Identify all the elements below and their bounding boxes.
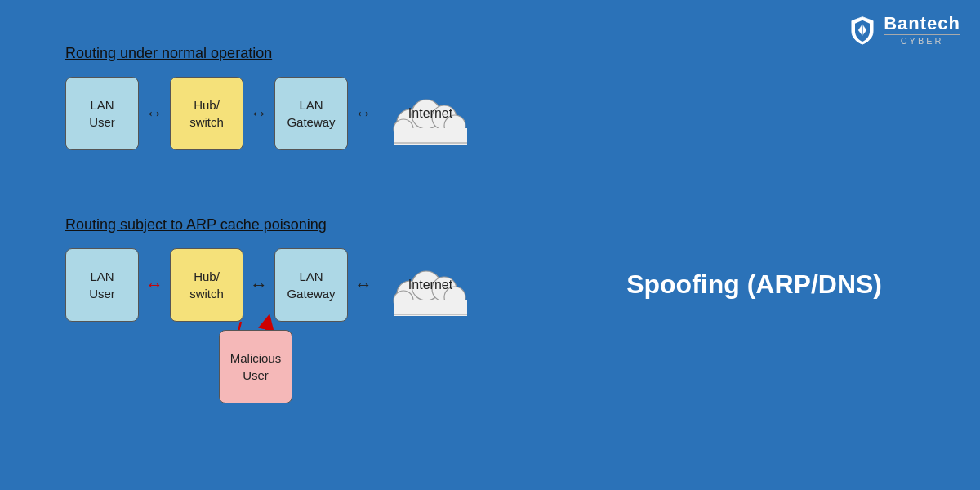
arrow-top-2: ↔ bbox=[243, 103, 274, 124]
node-lan-gateway-top: LANGateway bbox=[274, 77, 348, 150]
cloud-bottom: Internet bbox=[385, 255, 475, 316]
diagram-top-title: Routing under normal operation bbox=[65, 45, 482, 62]
arrow-bottom-1: ↔ bbox=[139, 274, 170, 296]
node-hub-bottom: Hub/switch bbox=[170, 248, 243, 322]
malicious-user-container: MaliciousUser bbox=[219, 330, 292, 403]
diagram-top-nodes-row: LANUser ↔ Hub/switch ↔ LANGateway ↔ bbox=[65, 77, 482, 150]
spoofing-label: Spoofing (ARP/DNS) bbox=[626, 270, 882, 300]
diagram-bottom-title: Routing subject to ARP cache poisoning bbox=[65, 216, 482, 234]
node-lan-user-top: LANUser bbox=[65, 77, 139, 150]
cloud-bottom-wrapper: Internet bbox=[379, 255, 482, 316]
arrow-top-3: ↔ bbox=[348, 103, 379, 124]
arrow-bottom-2: ↔ bbox=[243, 274, 274, 296]
arrow-top-1: ↔ bbox=[139, 103, 170, 124]
cloud-top-wrapper: Internet bbox=[379, 83, 482, 145]
diagram-bottom: Routing subject to ARP cache poisoning L… bbox=[65, 216, 482, 322]
bottom-nodes-container: LANUser ↔ Hub/switch ↔ LANGateway ↔ bbox=[65, 248, 482, 322]
node-hub-top: Hub/switch bbox=[170, 77, 243, 150]
cloud-top-label: Internet bbox=[408, 106, 452, 121]
node-lan-gateway-bottom: LANGateway bbox=[274, 248, 348, 322]
svg-rect-15 bbox=[394, 300, 467, 316]
svg-rect-7 bbox=[394, 128, 467, 145]
logo-text: Bantech CYBER bbox=[884, 15, 960, 46]
cloud-top: Internet bbox=[385, 83, 475, 145]
logo-shield-icon bbox=[848, 16, 877, 45]
logo-area: Bantech CYBER bbox=[848, 15, 960, 46]
arrow-bottom-3: ↔ bbox=[348, 274, 379, 296]
cloud-bottom-label: Internet bbox=[408, 278, 452, 292]
logo-sub: CYBER bbox=[884, 34, 960, 46]
diagram-top: Routing under normal operation LANUser ↔… bbox=[65, 45, 482, 150]
node-lan-user-bottom: LANUser bbox=[65, 248, 139, 322]
logo-brand: Bantech bbox=[884, 15, 960, 33]
node-malicious-user: MaliciousUser bbox=[219, 330, 292, 403]
diagram-bottom-nodes-row: LANUser ↔ Hub/switch ↔ LANGateway ↔ bbox=[65, 248, 482, 322]
